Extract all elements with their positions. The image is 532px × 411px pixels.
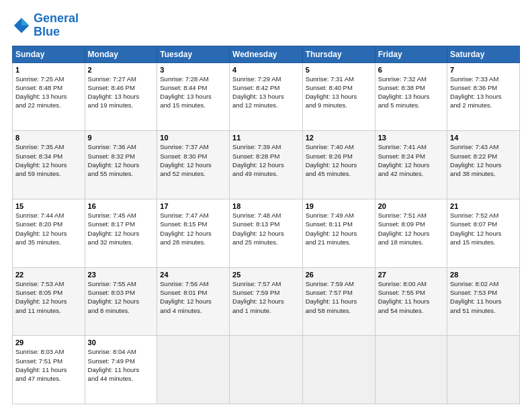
day-number: 9 — [88, 134, 154, 142]
week-row-5: 29Sunrise: 8:03 AM Sunset: 7:51 PM Dayli… — [13, 336, 520, 404]
day-info: Sunrise: 7:27 AM Sunset: 8:46 PM Dayligh… — [88, 75, 154, 110]
day-number: 21 — [450, 202, 517, 210]
day-cell: 17Sunrise: 7:47 AM Sunset: 8:15 PM Dayli… — [157, 199, 230, 267]
day-cell: 20Sunrise: 7:51 AM Sunset: 8:09 PM Dayli… — [375, 199, 447, 267]
day-cell — [447, 336, 520, 404]
day-cell: 26Sunrise: 7:59 AM Sunset: 7:57 PM Dayli… — [302, 267, 375, 336]
day-number: 5 — [306, 66, 372, 74]
day-cell — [157, 336, 230, 404]
day-info: Sunrise: 7:32 AM Sunset: 8:38 PM Dayligh… — [378, 75, 444, 110]
logo: General Blue — [12, 12, 79, 39]
day-number: 11 — [232, 134, 300, 142]
week-row-4: 22Sunrise: 7:53 AM Sunset: 8:05 PM Dayli… — [13, 267, 520, 336]
day-cell: 22Sunrise: 7:53 AM Sunset: 8:05 PM Dayli… — [13, 267, 85, 336]
day-number: 20 — [378, 202, 444, 210]
day-cell — [375, 336, 447, 404]
day-info: Sunrise: 7:29 AM Sunset: 8:42 PM Dayligh… — [232, 75, 300, 110]
day-info: Sunrise: 7:33 AM Sunset: 8:36 PM Dayligh… — [450, 75, 517, 110]
logo-icon — [12, 16, 31, 35]
col-header-thursday: Thursday — [302, 46, 375, 62]
day-info: Sunrise: 7:25 AM Sunset: 8:48 PM Dayligh… — [15, 75, 82, 110]
day-number: 18 — [232, 202, 300, 210]
day-number: 16 — [88, 202, 154, 210]
day-info: Sunrise: 8:00 AM Sunset: 7:55 PM Dayligh… — [378, 279, 444, 315]
col-header-monday: Monday — [85, 46, 157, 62]
day-cell: 29Sunrise: 8:03 AM Sunset: 7:51 PM Dayli… — [13, 336, 85, 404]
logo-text: General — [34, 12, 79, 26]
day-cell: 8Sunrise: 7:35 AM Sunset: 8:34 PM Daylig… — [13, 131, 85, 199]
day-info: Sunrise: 7:49 AM Sunset: 8:11 PM Dayligh… — [306, 211, 372, 246]
day-info: Sunrise: 7:55 AM Sunset: 8:03 PM Dayligh… — [88, 279, 154, 315]
day-number: 14 — [450, 134, 517, 142]
day-info: Sunrise: 7:31 AM Sunset: 8:40 PM Dayligh… — [306, 75, 372, 110]
day-cell: 16Sunrise: 7:45 AM Sunset: 8:17 PM Dayli… — [85, 199, 157, 267]
day-info: Sunrise: 7:47 AM Sunset: 8:15 PM Dayligh… — [160, 211, 226, 246]
day-cell: 6Sunrise: 7:32 AM Sunset: 8:38 PM Daylig… — [375, 62, 447, 131]
week-row-1: 1Sunrise: 7:25 AM Sunset: 8:48 PM Daylig… — [13, 62, 520, 131]
day-info: Sunrise: 7:59 AM Sunset: 7:57 PM Dayligh… — [306, 279, 372, 315]
day-number: 24 — [160, 271, 226, 279]
day-cell: 9Sunrise: 7:36 AM Sunset: 8:32 PM Daylig… — [85, 131, 157, 199]
day-info: Sunrise: 7:53 AM Sunset: 8:05 PM Dayligh… — [15, 279, 82, 315]
day-info: Sunrise: 7:51 AM Sunset: 8:09 PM Dayligh… — [378, 211, 444, 246]
day-cell: 18Sunrise: 7:48 AM Sunset: 8:13 PM Dayli… — [230, 199, 303, 267]
day-info: Sunrise: 7:28 AM Sunset: 8:44 PM Dayligh… — [160, 75, 226, 110]
col-header-tuesday: Tuesday — [157, 46, 230, 62]
day-info: Sunrise: 7:43 AM Sunset: 8:22 PM Dayligh… — [450, 142, 517, 178]
week-row-3: 15Sunrise: 7:44 AM Sunset: 8:20 PM Dayli… — [13, 199, 520, 267]
day-number: 2 — [88, 66, 154, 74]
day-cell: 28Sunrise: 8:02 AM Sunset: 7:53 PM Dayli… — [447, 267, 520, 336]
day-cell: 1Sunrise: 7:25 AM Sunset: 8:48 PM Daylig… — [13, 62, 85, 131]
week-row-2: 8Sunrise: 7:35 AM Sunset: 8:34 PM Daylig… — [13, 131, 520, 199]
day-cell — [302, 336, 375, 404]
day-cell: 23Sunrise: 7:55 AM Sunset: 8:03 PM Dayli… — [85, 267, 157, 336]
day-number: 1 — [15, 66, 82, 74]
day-number: 28 — [450, 271, 517, 279]
day-cell — [230, 336, 303, 404]
header-row: SundayMondayTuesdayWednesdayThursdayFrid… — [13, 46, 520, 62]
day-cell: 14Sunrise: 7:43 AM Sunset: 8:22 PM Dayli… — [447, 131, 520, 199]
day-cell: 10Sunrise: 7:37 AM Sunset: 8:30 PM Dayli… — [157, 131, 230, 199]
day-number: 6 — [378, 66, 444, 74]
day-number: 26 — [306, 271, 372, 279]
day-number: 25 — [232, 271, 300, 279]
day-number: 17 — [160, 202, 226, 210]
day-cell: 11Sunrise: 7:39 AM Sunset: 8:28 PM Dayli… — [230, 131, 303, 199]
col-header-friday: Friday — [375, 46, 447, 62]
day-cell: 24Sunrise: 7:56 AM Sunset: 8:01 PM Dayli… — [157, 267, 230, 336]
day-number: 19 — [306, 202, 372, 210]
day-number: 23 — [88, 271, 154, 279]
day-cell: 13Sunrise: 7:41 AM Sunset: 8:24 PM Dayli… — [375, 131, 447, 199]
calendar: SundayMondayTuesdayWednesdayThursdayFrid… — [12, 46, 520, 404]
page: General Blue SundayMondayTuesdayWednesda… — [0, 0, 532, 411]
day-cell: 25Sunrise: 7:57 AM Sunset: 7:59 PM Dayli… — [230, 267, 303, 336]
day-info: Sunrise: 7:57 AM Sunset: 7:59 PM Dayligh… — [232, 279, 300, 315]
day-info: Sunrise: 7:45 AM Sunset: 8:17 PM Dayligh… — [88, 211, 154, 246]
day-number: 13 — [378, 134, 444, 142]
day-cell: 15Sunrise: 7:44 AM Sunset: 8:20 PM Dayli… — [13, 199, 85, 267]
header: General Blue — [12, 12, 520, 39]
day-info: Sunrise: 7:48 AM Sunset: 8:13 PM Dayligh… — [232, 211, 300, 246]
day-cell: 4Sunrise: 7:29 AM Sunset: 8:42 PM Daylig… — [230, 62, 303, 131]
day-cell: 27Sunrise: 8:00 AM Sunset: 7:55 PM Dayli… — [375, 267, 447, 336]
col-header-sunday: Sunday — [13, 46, 85, 62]
day-info: Sunrise: 7:36 AM Sunset: 8:32 PM Dayligh… — [88, 142, 154, 178]
day-info: Sunrise: 8:04 AM Sunset: 7:49 PM Dayligh… — [88, 347, 154, 383]
day-cell: 19Sunrise: 7:49 AM Sunset: 8:11 PM Dayli… — [302, 199, 375, 267]
day-cell: 30Sunrise: 8:04 AM Sunset: 7:49 PM Dayli… — [85, 336, 157, 404]
logo-text2: Blue — [34, 26, 79, 39]
day-cell: 3Sunrise: 7:28 AM Sunset: 8:44 PM Daylig… — [157, 62, 230, 131]
day-number: 12 — [306, 134, 372, 142]
day-number: 7 — [450, 66, 517, 74]
day-info: Sunrise: 7:44 AM Sunset: 8:20 PM Dayligh… — [15, 211, 82, 246]
day-number: 4 — [232, 66, 300, 74]
day-info: Sunrise: 7:41 AM Sunset: 8:24 PM Dayligh… — [378, 142, 444, 178]
day-info: Sunrise: 7:35 AM Sunset: 8:34 PM Dayligh… — [15, 142, 82, 178]
day-info: Sunrise: 7:52 AM Sunset: 8:07 PM Dayligh… — [450, 211, 517, 246]
day-number: 15 — [15, 202, 82, 210]
day-cell: 5Sunrise: 7:31 AM Sunset: 8:40 PM Daylig… — [302, 62, 375, 131]
day-number: 10 — [160, 134, 226, 142]
day-cell: 7Sunrise: 7:33 AM Sunset: 8:36 PM Daylig… — [447, 62, 520, 131]
day-cell: 21Sunrise: 7:52 AM Sunset: 8:07 PM Dayli… — [447, 199, 520, 267]
day-number: 27 — [378, 271, 444, 279]
